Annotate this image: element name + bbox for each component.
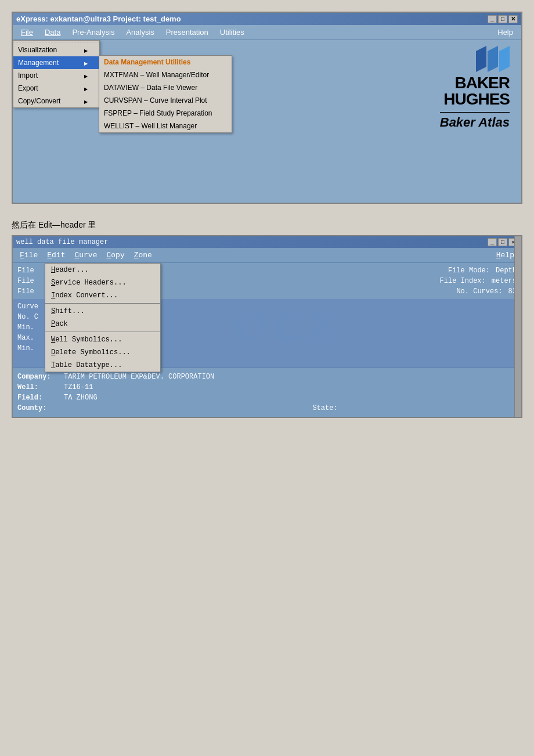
bottom-content-area: File File Mode: Depth File File Index: m…: [13, 263, 521, 417]
curve-label-1: Curve: [17, 303, 46, 311]
bottom-window: well data file manager _ □ ✕ File Edit C…: [12, 235, 522, 418]
dd2-index-convert[interactable]: Index Convert...: [45, 289, 160, 302]
logo-area: BAKER HUGHES Baker Atlas: [440, 46, 510, 130]
dd-data-management-utilities[interactable]: Data Management Utilities: [99, 56, 232, 69]
curve-label-2: No. C: [17, 313, 46, 321]
dd-dataview[interactable]: DATAVIEW – Data File Viewer: [99, 81, 232, 94]
dd-import[interactable]: Import: [13, 69, 99, 82]
file-label-1: File: [17, 267, 46, 275]
company-value: TARIM PETROLEUM EXP&DEV. CORPORATION: [64, 373, 517, 381]
bottom-menu-edit[interactable]: Edit: [42, 249, 70, 261]
curve-label-3: Min.: [17, 323, 46, 332]
state-value: [338, 404, 517, 412]
annotation-text: 然后在 Edit—header 里: [12, 215, 522, 235]
edit-dropdown: Header... Service Headers... Index Conve…: [45, 263, 161, 372]
dd2-shift[interactable]: Shift...: [45, 305, 160, 318]
dd-copy-convert[interactable]: Copy/Convert: [13, 95, 99, 107]
company-row: Company: TARIM PETROLEUM EXP&DEV. CORPOR…: [17, 372, 517, 382]
well-value: TZ16-11: [64, 383, 517, 391]
menu-preanalysis[interactable]: Pre-Analysis: [66, 26, 120, 38]
top-window-title: eXpress: exkantan@ultra3 Project: test_d…: [16, 15, 181, 23]
bottom-window-title: well data file manager: [16, 238, 108, 246]
window-controls: _ □ ✕: [488, 15, 518, 23]
well-label: Well:: [17, 383, 64, 391]
data-dropdown: Visualization Management Import Export C…: [13, 40, 100, 108]
scrollbar-right[interactable]: [514, 236, 521, 417]
dd-curvspan[interactable]: CURVSPAN – Curve Interval Plot: [99, 94, 232, 107]
dd2-sep1: [45, 303, 160, 304]
dd-visualization[interactable]: Visualization: [13, 44, 99, 56]
top-window: eXpress: exkantan@ultra3 Project: test_d…: [12, 12, 522, 204]
well-row: Well: TZ16-11: [17, 382, 517, 393]
hughes-text: HUGHES: [443, 91, 510, 107]
bottom-info-section: Company: TARIM PETROLEUM EXP&DEV. CORPOR…: [13, 368, 521, 417]
curve-label-4: Max.: [17, 334, 46, 342]
state-label: State:: [312, 404, 337, 412]
bottom-minimize-button[interactable]: _: [488, 238, 497, 246]
dd2-table-datatype[interactable]: Table Datatype...: [45, 359, 160, 372]
county-row: County: State:: [17, 403, 517, 413]
company-label: Company:: [17, 373, 64, 381]
file-rows-area: File File Mode: Depth File File Index: m…: [13, 263, 521, 368]
file-index-value: meters: [492, 277, 517, 285]
baker-text: BAKER: [454, 75, 510, 91]
county-label: County:: [17, 404, 64, 412]
curve-label-5: Min.: [17, 344, 46, 352]
bottom-menu-bar: File Edit Curve Copy Zone Help: [13, 248, 521, 263]
dd-mxtfman[interactable]: MXTFMAN – Well Manager/Editor: [99, 69, 232, 81]
bottom-window-controls: _ □ ✕: [488, 238, 518, 246]
menu-data[interactable]: Data: [39, 26, 66, 38]
menu-presentation[interactable]: Presentation: [160, 26, 214, 38]
field-row: Field: TA ZHONG: [17, 393, 517, 403]
county-value: [64, 404, 243, 412]
top-window-content: Visualization Management Import Export C…: [13, 40, 521, 203]
bottom-menu-zone[interactable]: Zone: [129, 249, 157, 261]
top-title-bar: eXpress: exkantan@ultra3 Project: test_d…: [13, 13, 521, 25]
file-mode-value: Depth: [496, 267, 517, 275]
dd2-delete-symbolics[interactable]: Delete Symbolics...: [45, 346, 160, 359]
file-label-3: File: [17, 287, 46, 296]
bh-stripe-3: [499, 46, 510, 72]
close-button[interactable]: ✕: [508, 15, 518, 23]
minimize-button[interactable]: _: [488, 15, 497, 23]
menu-file[interactable]: File: [15, 26, 39, 38]
field-label: Field:: [17, 394, 64, 402]
dd2-sep2: [45, 332, 160, 332]
bottom-main-content: File File Mode: Depth File File Index: m…: [13, 263, 521, 417]
bottom-maximize-button[interactable]: □: [498, 238, 507, 246]
dd2-well-symbolics[interactable]: Well Symbolics...: [45, 333, 160, 346]
file-mode-label: File Mode:: [448, 267, 490, 275]
dd2-pack[interactable]: Pack: [45, 318, 160, 330]
bottom-menu-file[interactable]: File: [15, 249, 42, 261]
bh-stripes: [476, 46, 510, 72]
management-submenu: Data Management Utilities MXTFMAN – Well…: [99, 55, 232, 133]
top-menu-bar: File Data Pre-Analysis Analysis Presenta…: [13, 25, 521, 40]
bh-stripe-2: [488, 46, 498, 72]
bh-stripe-1: [476, 46, 486, 72]
dd-wellist[interactable]: WELLIST – Well List Manager: [99, 120, 232, 132]
dd2-service-headers[interactable]: Service Headers...: [45, 276, 160, 289]
menu-analysis[interactable]: Analysis: [120, 26, 160, 38]
bottom-title-bar: well data file manager _ □ ✕: [13, 236, 521, 248]
menu-help[interactable]: Help: [492, 26, 519, 38]
no-curves-label: No. Curves:: [456, 287, 502, 296]
field-value: TA ZHONG: [64, 394, 517, 402]
bottom-menu-curve[interactable]: Curve: [70, 249, 102, 261]
dd-export[interactable]: Export: [13, 82, 99, 95]
dd-management[interactable]: Management: [13, 56, 99, 69]
baker-hughes-logo: BAKER HUGHES Baker Atlas: [440, 46, 510, 130]
dropdown-area: Visualization Management Import Export C…: [13, 40, 245, 203]
dd-fsprep[interactable]: FSPREP – Field Study Preparation: [99, 107, 232, 120]
file-index-label: File Index:: [440, 277, 486, 285]
maximize-button[interactable]: □: [498, 15, 507, 23]
menu-utilities[interactable]: Utilities: [214, 26, 250, 38]
file-label-2: File: [17, 277, 46, 285]
baker-atlas-text: Baker Atlas: [440, 112, 510, 130]
bottom-menu-copy[interactable]: Copy: [102, 249, 129, 261]
dd2-header[interactable]: Header...: [45, 264, 160, 276]
